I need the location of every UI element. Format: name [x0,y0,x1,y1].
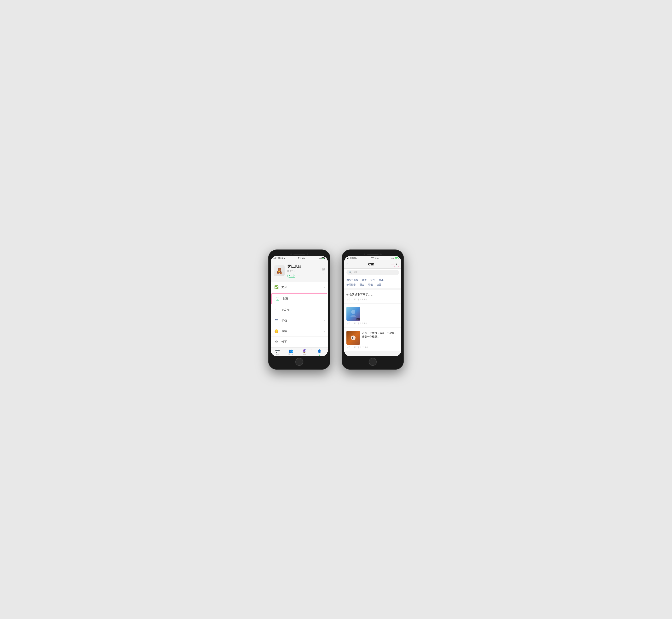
battery-pct-label: 73% [318,257,321,259]
right-phone: 中国移动 ▾ 下午 3:34 73% ‹ 收藏 ⇒ [342,250,404,369]
right-camera-dot [364,254,365,255]
menu-item-settings[interactable]: ⚙ 设置 › [271,337,328,347]
settings-icon: ⚙ [274,339,279,345]
item2-author: 雾江思归 [354,322,362,325]
filter-voice[interactable]: 语音 [360,283,364,286]
qr-icon: ⊞ [322,267,325,271]
filter-files[interactable]: 文件 [370,278,375,282]
tab-me[interactable]: 👤 我 [311,349,328,356]
item2-meta: 笔记 ｜ 雾江思归 9天前 [347,322,399,325]
search-icon: 🔍 [349,271,352,274]
status-left: 中国移动 ▾ [273,257,285,260]
camera-dot-2 [307,254,308,255]
right-signal-icon [347,257,349,259]
menu-list: ✅ 支付 › 收藏 › [271,282,328,347]
item3-meta: 笔记 ｜ 雾江思归 12天前 [347,346,399,349]
wechat-tab-icon: 💬 [275,349,280,353]
right-speaker-grille [367,254,379,255]
left-content: 🧸 雾江思归 微信号： + 状态 ··· ⊞ › [271,260,328,356]
filter-images-videos[interactable]: 图片与视频 [347,278,358,282]
profile-info: 雾江思归 微信号： + 状态 ··· [287,264,319,277]
svg-rect-2 [275,320,278,322]
filter-chat-history[interactable]: 聊天记录 [347,283,356,286]
filter-location[interactable]: 位置 [377,283,381,286]
time-label: 下午 3:34 [298,257,305,260]
right-battery-pct-label: 73% [391,257,394,259]
item3-image: ▶ [347,331,360,345]
profile-actions: + 状态 ··· [287,274,319,277]
speaker-grille [293,254,305,255]
favorites-icon [275,296,280,301]
avatar-area[interactable]: 🧸 [274,265,285,276]
right-camera-area [344,252,401,256]
menu-item-favorites[interactable]: 收藏 › [272,293,327,304]
play-button-icon: ▶ [351,336,356,340]
filter-notes[interactable]: 笔记 [368,283,373,286]
nav-bar: ‹ 收藏 ⇒ + [344,260,401,269]
tab-discover[interactable]: 🔮 发现 [298,349,311,356]
right-content: ‹ 收藏 ⇒ + 🔍 搜索 图片与视频 链接 文件 [344,260,401,356]
favorites-arrow: › [323,297,324,300]
profile-header: 🧸 雾江思归 微信号： + 状态 ··· ⊞ › [271,260,328,281]
search-placeholder: 搜索 [353,271,358,274]
contacts-tab-label: 通讯录 [288,353,293,356]
add-button[interactable]: + [394,262,399,267]
filter-music[interactable]: 音乐 [379,278,384,282]
tab-wechat[interactable]: 💬 微信 [271,349,284,356]
me-tab-label: 我 [319,354,320,356]
carrier-label: 中国移动 [276,257,283,260]
search-bar: 🔍 搜索 [344,269,401,276]
menu-item-moments[interactable]: 朋友圈 › [271,305,328,316]
stickers-icon: 😊 [274,329,279,334]
right-camera-dot-2 [380,254,382,255]
item2-content: (2) [347,307,399,321]
moments-icon [274,307,279,313]
menu-item-stickers[interactable]: 😊 表情 › [271,326,328,337]
list-item[interactable]: (2) 笔记 ｜ 雾江思归 9天前 [344,304,401,327]
filter-links[interactable]: 链接 [362,278,367,282]
back-button[interactable]: ‹ [347,262,348,267]
filter-row-1: 图片与视频 链接 文件 音乐 [347,278,399,282]
list-item[interactable]: 你在的城市下雨了...... 笔记 ｜ 雾江思归 8天前 [344,290,401,303]
content-area: 你在的城市下雨了...... 笔记 ｜ 雾江思归 8天前 [344,290,401,356]
item3-text-block: 这是一个标题，这是一个标题，这是一个标题... [362,331,399,340]
left-status-bar: 中国移动 ▾ 下午 3:34 73% [271,256,328,260]
battery-icon [321,257,325,259]
item1-type: 笔记 [347,298,350,301]
home-button-area [271,356,328,367]
wallet-label: 卡包 [282,319,324,322]
item1-meta: 笔记 ｜ 雾江思归 8天前 [347,298,399,301]
list-item[interactable]: ▶ 这是一个标题，这是一个标题，这是一个标题... 笔记 ｜ 雾江思归 12天前 [344,328,401,351]
camera-dot [290,254,292,255]
contacts-tab-icon: 👥 [289,349,293,353]
item1-author: 雾江思归 [354,298,362,301]
home-button[interactable] [295,358,303,366]
signal-icon [273,257,276,259]
camera-area [271,252,328,256]
menu-item-payment[interactable]: ✅ 支付 › [271,282,328,293]
stickers-arrow: › [324,330,325,333]
item2-type: 笔记 [347,322,350,325]
left-screen: 中国移动 ▾ 下午 3:34 73% 🧸 [271,256,328,356]
item1-content: 你在的城市下雨了...... [347,292,399,297]
stickers-label: 表情 [282,330,324,333]
right-home-button[interactable] [369,358,377,366]
right-screen: 中国移动 ▾ 下午 3:34 73% ‹ 收藏 ⇒ [344,256,401,356]
tab-contacts[interactable]: 👥 通讯录 [284,349,298,356]
qr-area[interactable]: ⊞ › [322,267,325,274]
payment-icon: ✅ [274,285,279,290]
item3-type: 笔记 [347,346,350,349]
status-button[interactable]: + 状态 [287,274,296,277]
filter-tabs: 图片与视频 链接 文件 音乐 聊天记录 语音 笔记 位置 [344,276,401,290]
wallet-icon [274,318,279,323]
item2-thumbnail: (2) [347,307,360,321]
menu-item-wallet[interactable]: 卡包 › [271,316,328,326]
wechat-id-label: 微信号： [287,270,319,272]
search-input[interactable]: 🔍 搜索 [347,270,399,275]
moments-label: 朋友圈 [282,308,324,312]
item1-text: 你在的城市下雨了...... [347,292,399,297]
more-button[interactable]: ··· [298,274,300,277]
right-status-bar: 中国移动 ▾ 下午 3:34 73% [344,256,401,260]
right-battery-icon [395,257,399,259]
status-right: 73% [318,257,325,259]
